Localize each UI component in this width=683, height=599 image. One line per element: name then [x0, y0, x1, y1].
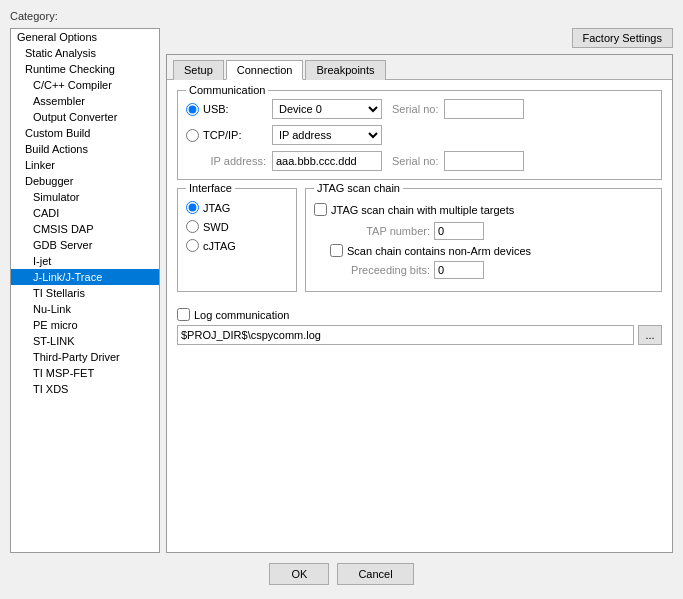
sidebar-item-runtime-checking[interactable]: Runtime Checking: [11, 61, 159, 77]
device-select[interactable]: Device 0Device 1Device 2: [272, 99, 382, 119]
tab-setup[interactable]: Setup: [173, 60, 224, 80]
dialog-body: General OptionsStatic AnalysisRuntime Ch…: [10, 28, 673, 553]
tab-breakpoints[interactable]: Breakpoints: [305, 60, 385, 80]
log-section: Log communication ...: [177, 308, 662, 345]
tcpip-radio-label[interactable]: TCP/IP:: [186, 129, 266, 142]
usb-radio[interactable]: [186, 103, 199, 116]
swd-label-text: SWD: [203, 221, 229, 233]
log-label: Log communication: [194, 309, 289, 321]
usb-label-text: USB:: [203, 103, 229, 115]
cjtag-radio[interactable]: [186, 239, 199, 252]
sidebar-item-output-converter[interactable]: Output Converter: [11, 109, 159, 125]
sidebar-item-third-party-driver[interactable]: Third-Party Driver: [11, 349, 159, 365]
main-panel: Factory Settings SetupConnectionBreakpoi…: [166, 28, 673, 553]
two-sections: Interface JTAG SWD: [177, 188, 662, 300]
ip-address-row: IP address: Serial no:: [186, 151, 653, 171]
multi-target-checkbox[interactable]: [314, 203, 327, 216]
swd-radio-label[interactable]: SWD: [186, 220, 288, 233]
jtag-fields: TAP number: Scan chain contains non-Arm …: [314, 222, 653, 279]
log-check-row: Log communication: [177, 308, 662, 321]
sidebar-item-ti-xds[interactable]: TI XDS: [11, 381, 159, 397]
ok-button[interactable]: OK: [269, 563, 329, 585]
dialog: Category: General OptionsStatic Analysis…: [0, 0, 683, 599]
tcp-serial-no-label: Serial no:: [392, 155, 438, 167]
tabs-bar: SetupConnectionBreakpoints: [167, 55, 672, 80]
usb-radio-label[interactable]: USB:: [186, 103, 266, 116]
sidebar-item-custom-build[interactable]: Custom Build: [11, 125, 159, 141]
jtag-scan-section: JTAG scan chain JTAG scan chain with mul…: [305, 188, 662, 292]
cjtag-label-text: cJTAG: [203, 240, 236, 252]
tap-number-input[interactable]: [434, 222, 484, 240]
browse-button[interactable]: ...: [638, 325, 662, 345]
factory-settings-button[interactable]: Factory Settings: [572, 28, 673, 48]
sidebar-item-general-options[interactable]: General Options: [11, 29, 159, 45]
sidebar-item-nu-link[interactable]: Nu-Link: [11, 301, 159, 317]
ip-address-input[interactable]: [272, 151, 382, 171]
communication-label: Communication: [186, 84, 268, 96]
sidebar-item-c-cpp-compiler[interactable]: C/C++ Compiler: [11, 77, 159, 93]
tcpip-label-text: TCP/IP:: [203, 129, 242, 141]
sidebar: General OptionsStatic AnalysisRuntime Ch…: [10, 28, 160, 553]
category-label: Category:: [10, 10, 673, 22]
jtag-label-text: JTAG: [203, 202, 230, 214]
sidebar-item-assembler[interactable]: Assembler: [11, 93, 159, 109]
tab-connection[interactable]: Connection: [226, 60, 304, 80]
sidebar-item-linker[interactable]: Linker: [11, 157, 159, 173]
communication-section: Communication USB: Device 0Device 1Devic…: [177, 90, 662, 180]
jtag-chain-content: JTAG scan chain with multiple targets TA…: [314, 197, 653, 279]
tap-number-row: TAP number:: [330, 222, 653, 240]
sidebar-item-pe-micro[interactable]: PE micro: [11, 317, 159, 333]
preceding-bits-label: Preceeding bits:: [330, 264, 430, 276]
serial-no-input[interactable]: [444, 99, 524, 119]
jtag-radio[interactable]: [186, 201, 199, 214]
panel-content: Communication USB: Device 0Device 1Devic…: [167, 80, 672, 552]
cjtag-radio-label[interactable]: cJTAG: [186, 239, 288, 252]
scan-chain-check-row: Scan chain contains non-Arm devices: [330, 244, 653, 257]
sidebar-item-cadi[interactable]: CADI: [11, 205, 159, 221]
sidebar-item-ti-stellaris[interactable]: TI Stellaris: [11, 285, 159, 301]
log-file-input[interactable]: [177, 325, 634, 345]
sidebar-item-jlink-jtrace[interactable]: J-Link/J-Trace: [11, 269, 159, 285]
ip-address-label: IP address:: [186, 155, 266, 167]
tcpip-radio[interactable]: [186, 129, 199, 142]
sidebar-item-gdb-server[interactable]: GDB Server: [11, 237, 159, 253]
serial-no-label: Serial no:: [392, 103, 438, 115]
log-checkbox[interactable]: [177, 308, 190, 321]
sidebar-item-cmsis-dap[interactable]: CMSIS DAP: [11, 221, 159, 237]
tap-number-label: TAP number:: [330, 225, 430, 237]
sidebar-item-st-link[interactable]: ST-LINK: [11, 333, 159, 349]
cancel-button[interactable]: Cancel: [337, 563, 413, 585]
sidebar-item-static-analysis[interactable]: Static Analysis: [11, 45, 159, 61]
ip-address-select[interactable]: IP address: [272, 125, 382, 145]
interface-options: JTAG SWD cJTAG: [186, 197, 288, 252]
swd-radio[interactable]: [186, 220, 199, 233]
preceding-bits-input[interactable]: [434, 261, 484, 279]
usb-row: USB: Device 0Device 1Device 2 Serial no:: [186, 99, 653, 119]
scan-chain-checkbox[interactable]: [330, 244, 343, 257]
tcpip-row: TCP/IP: IP address: [186, 125, 653, 145]
tcp-serial-no-input[interactable]: [444, 151, 524, 171]
sidebar-item-i-jet[interactable]: I-jet: [11, 253, 159, 269]
jtag-scan-label: JTAG scan chain: [314, 182, 403, 194]
log-file-row: ...: [177, 325, 662, 345]
top-bar: Factory Settings: [166, 28, 673, 48]
preceding-bits-row: Preceeding bits:: [330, 261, 653, 279]
sidebar-item-simulator[interactable]: Simulator: [11, 189, 159, 205]
interface-label: Interface: [186, 182, 235, 194]
interface-section: Interface JTAG SWD: [177, 188, 297, 292]
sidebar-item-ti-msp-fet[interactable]: TI MSP-FET: [11, 365, 159, 381]
scan-chain-label: Scan chain contains non-Arm devices: [347, 245, 531, 257]
sidebar-item-build-actions[interactable]: Build Actions: [11, 141, 159, 157]
sidebar-item-debugger[interactable]: Debugger: [11, 173, 159, 189]
multi-target-label: JTAG scan chain with multiple targets: [331, 204, 514, 216]
multi-target-row: JTAG scan chain with multiple targets: [314, 203, 653, 216]
bottom-bar: OK Cancel: [10, 553, 673, 589]
content-area: SetupConnectionBreakpoints Communication…: [166, 54, 673, 553]
jtag-radio-label[interactable]: JTAG: [186, 201, 288, 214]
